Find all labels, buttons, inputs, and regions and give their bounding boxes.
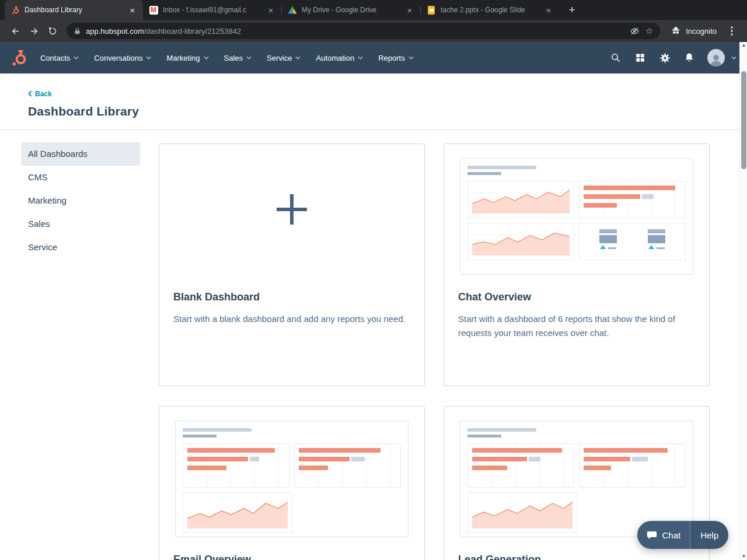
- search-icon[interactable]: [603, 46, 628, 70]
- card-chat-overview[interactable]: Chat Overview Start with a dashboard of …: [444, 144, 710, 386]
- bookmark-star-icon[interactable]: ☆: [645, 26, 653, 36]
- plus-icon: [276, 194, 308, 225]
- chevron-down-icon: [409, 56, 414, 60]
- dashboard-thumbnail: [175, 421, 409, 537]
- nav-item-sales[interactable]: Sales: [217, 42, 260, 74]
- forward-button[interactable]: [26, 23, 42, 39]
- hubspot-nav: Contacts Conversations Marketing Sales S…: [0, 42, 747, 74]
- nav-label: Sales: [224, 54, 243, 62]
- area-chart-graphic: [183, 492, 292, 533]
- nav-item-service[interactable]: Service: [259, 42, 308, 74]
- chat-label: Chat: [662, 530, 680, 540]
- slides-favicon-icon: [427, 5, 436, 15]
- back-button[interactable]: [7, 23, 23, 39]
- metric-chart-graphic: [579, 223, 686, 260]
- sidebar-item-all-dashboards[interactable]: All Dashboards: [21, 142, 140, 166]
- chevron-down-icon: [74, 56, 79, 60]
- help-button[interactable]: Help: [690, 521, 728, 549]
- tab-title: My Drive - Google Drive: [302, 6, 400, 14]
- chevron-down-icon: [246, 56, 252, 60]
- tab-close-icon[interactable]: ×: [128, 5, 137, 15]
- url-text: app.hubspot.com/dashboard-library/212538…: [86, 27, 625, 36]
- avatar[interactable]: [707, 49, 725, 66]
- tab-google-slides[interactable]: tache 2.pptx - Google Slide ×: [421, 0, 559, 20]
- plus-zone: [159, 144, 424, 275]
- lock-icon: [74, 27, 81, 36]
- tab-title: Dashboard Library: [25, 6, 123, 14]
- tab-dashboard-library[interactable]: Dashboard Library ×: [5, 0, 143, 20]
- bar-chart-graphic: [467, 443, 574, 488]
- nav-label: Marketing: [166, 54, 200, 62]
- bar-chart-graphic: [579, 181, 686, 218]
- area-chart-graphic: [467, 181, 574, 218]
- dashboard-thumbnail: [460, 421, 693, 537]
- tab-close-icon[interactable]: ×: [266, 5, 275, 15]
- nav-item-automation[interactable]: Automation: [308, 42, 371, 74]
- marketplace-icon[interactable]: [628, 46, 652, 70]
- gmail-favicon-icon: M: [149, 5, 158, 15]
- notifications-bell-icon[interactable]: [677, 46, 701, 70]
- chat-button[interactable]: Chat: [637, 521, 690, 549]
- page-scrollbar[interactable]: ▲ ▼: [739, 42, 747, 560]
- incognito-icon: [671, 26, 681, 36]
- chevron-left-icon: [28, 90, 32, 97]
- browser-tab-strip: Dashboard Library × M Inbox - f.issawi91…: [0, 0, 747, 20]
- area-chart-graphic: [467, 223, 574, 260]
- reload-button[interactable]: [44, 23, 61, 39]
- sidebar-item-cms[interactable]: CMS: [21, 166, 140, 189]
- chevron-down-icon: [146, 56, 151, 60]
- bar-chart-graphic: [183, 443, 289, 488]
- sidebar-item-sales[interactable]: Sales: [21, 212, 140, 236]
- nav-label: Reports: [378, 54, 405, 62]
- account-chevron-icon[interactable]: [727, 46, 740, 70]
- nav-label: Automation: [316, 54, 354, 62]
- bar-chart-graphic: [294, 443, 401, 488]
- card-title: Email Overview: [173, 554, 410, 560]
- browser-menu-icon[interactable]: [724, 23, 740, 39]
- sidebar: All Dashboards CMS Marketing Sales Servi…: [21, 142, 140, 259]
- dashboard-card-grid: Blank Dashboard Start with a blank dashb…: [159, 144, 710, 560]
- card-email-overview[interactable]: Email Overview: [159, 406, 425, 560]
- tab-gmail-inbox[interactable]: M Inbox - f.issawi91@gmail.c ×: [143, 0, 281, 20]
- card-description: Start with a blank dashboard and add any…: [173, 312, 410, 326]
- new-tab-button[interactable]: +: [564, 2, 580, 18]
- back-label: Back: [35, 90, 52, 98]
- sidebar-item-service[interactable]: Service: [21, 236, 140, 259]
- tab-title: tache 2.pptx - Google Slide: [441, 6, 539, 14]
- page-title: Dashboard Library: [28, 104, 739, 118]
- card-title: Chat Overview: [458, 291, 695, 303]
- nav-item-marketing[interactable]: Marketing: [159, 42, 216, 74]
- dashboard-thumbnail: [460, 158, 693, 275]
- eye-blocked-icon[interactable]: [630, 26, 640, 36]
- card-title: Blank Dashboard: [173, 291, 410, 303]
- chat-bubble-icon: [647, 530, 657, 540]
- tab-close-icon[interactable]: ×: [405, 5, 414, 15]
- nav-item-conversations[interactable]: Conversations: [86, 42, 159, 74]
- settings-gear-icon[interactable]: [652, 46, 677, 70]
- nav-label: Conversations: [94, 54, 142, 62]
- back-link[interactable]: Back: [28, 90, 52, 98]
- tab-close-icon[interactable]: ×: [544, 5, 553, 15]
- screen: Dashboard Library × M Inbox - f.issawi91…: [0, 0, 747, 560]
- card-description: Start with a dashboard of 6 reports that…: [458, 312, 695, 340]
- content: All Dashboards CMS Marketing Sales Servi…: [0, 131, 739, 560]
- hubspot-logo-icon[interactable]: [11, 49, 28, 66]
- nav-item-reports[interactable]: Reports: [371, 42, 421, 74]
- nav-item-contacts[interactable]: Contacts: [33, 42, 86, 74]
- area-chart-graphic: [467, 492, 577, 533]
- scrollbar-thumb[interactable]: [741, 71, 746, 169]
- browser-toolbar: app.hubspot.com/dashboard-library/212538…: [0, 20, 747, 42]
- card-blank-dashboard[interactable]: Blank Dashboard Start with a blank dashb…: [159, 144, 425, 386]
- scroll-down-icon[interactable]: ▼: [740, 553, 747, 560]
- address-bar[interactable]: app.hubspot.com/dashboard-library/212538…: [67, 23, 660, 39]
- chevron-down-icon: [204, 56, 209, 60]
- incognito-badge: Incognito: [665, 26, 722, 36]
- sidebar-item-marketing[interactable]: Marketing: [21, 189, 140, 212]
- scroll-up-icon[interactable]: ▲: [740, 42, 747, 49]
- nav-label: Service: [267, 54, 292, 62]
- tab-google-drive[interactable]: My Drive - Google Drive ×: [282, 0, 420, 20]
- card-title: Lead Generation: [458, 554, 695, 560]
- nav-label: Contacts: [40, 54, 70, 62]
- drive-favicon-icon: [288, 5, 297, 15]
- incognito-label: Incognito: [686, 27, 717, 36]
